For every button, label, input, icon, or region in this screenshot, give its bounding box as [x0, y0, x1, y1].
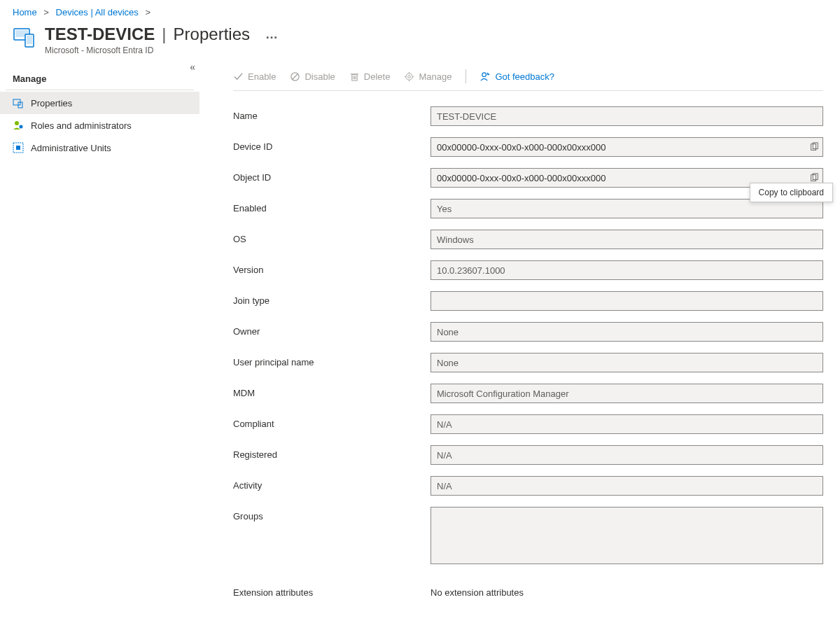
prop-label: Registered — [233, 445, 422, 460]
copy-icon — [809, 173, 819, 183]
prop-label: MDM — [233, 384, 422, 398]
mdm-field[interactable] — [430, 384, 823, 403]
toolbar-label: Disable — [304, 71, 335, 82]
prop-row-upn: User principal name — [233, 353, 823, 372]
properties-icon — [13, 97, 24, 108]
page-title-section: Properties — [174, 24, 250, 44]
prop-row-owner: Owner — [233, 322, 823, 342]
sidebar-item-roles[interactable]: Roles and administrators — [0, 114, 200, 136]
collapse-sidebar-button[interactable]: « — [190, 61, 195, 74]
toolbar-label: Enable — [248, 71, 276, 82]
prop-label: Name — [233, 106, 422, 121]
feedback-button[interactable]: Got feedback? — [480, 71, 554, 82]
page-title-device: TEST-DEVICE — [45, 24, 155, 44]
prop-row-mdm: MDM — [233, 384, 823, 403]
name-field[interactable] — [430, 106, 823, 126]
prohibit-icon — [290, 71, 300, 82]
trash-icon — [349, 71, 360, 82]
prop-label: Version — [233, 260, 422, 275]
device-id-field[interactable] — [430, 137, 823, 157]
sidebar-section-title: Manage — [0, 62, 200, 90]
svg-line-11 — [293, 74, 298, 79]
feedback-icon — [480, 71, 491, 82]
prop-label: Object ID — [233, 168, 422, 183]
svg-point-23 — [482, 72, 486, 76]
page-header: TEST-DEVICE | Properties … Microsoft - M… — [0, 20, 840, 62]
toolbar-separator — [465, 69, 466, 83]
sidebar-item-label: Roles and administrators — [31, 120, 132, 131]
toolbar-label: Delete — [364, 71, 391, 82]
prop-label: Enabled — [233, 199, 422, 214]
sidebar-item-label: Administrative Units — [31, 143, 111, 153]
os-field[interactable] — [430, 230, 823, 249]
properties-form: Name Device ID Object ID — [233, 106, 823, 598]
prop-row-object-id: Object ID — [233, 168, 823, 188]
owner-field[interactable] — [430, 322, 823, 342]
breadcrumb-home[interactable]: Home — [13, 7, 37, 18]
prop-row-version: Version — [233, 260, 823, 280]
copy-icon — [809, 142, 819, 152]
registered-field[interactable] — [430, 445, 823, 465]
prop-label: Activity — [233, 476, 422, 491]
page-subtitle: Microsoft - Microsoft Entra ID — [45, 46, 282, 55]
prop-label: Groups — [233, 507, 422, 522]
prop-label: Extension attributes — [233, 583, 422, 598]
manage-button[interactable]: Manage — [404, 71, 451, 82]
breadcrumb: Home > Devices | All devices > — [0, 0, 840, 20]
toolbar-label: Got feedback? — [495, 71, 554, 82]
prop-label: User principal name — [233, 353, 422, 368]
title-separator: | — [162, 24, 166, 44]
svg-rect-3 — [27, 36, 32, 44]
svg-point-7 — [20, 125, 23, 129]
checkmark-icon — [233, 71, 244, 82]
prop-row-groups: Groups — [233, 507, 823, 566]
svg-point-17 — [406, 73, 412, 79]
prop-label: Compliant — [233, 414, 422, 429]
prop-label: Device ID — [233, 137, 422, 152]
sidebar: « Manage Properties Roles and administra… — [0, 62, 200, 626]
delete-button[interactable]: Delete — [349, 71, 391, 82]
copy-device-id-button[interactable] — [808, 141, 820, 153]
svg-point-18 — [408, 75, 411, 78]
breadcrumb-devices[interactable]: Devices | All devices — [56, 7, 139, 18]
breadcrumb-sep: > — [145, 7, 150, 18]
gear-icon — [404, 71, 414, 82]
roles-icon — [13, 120, 24, 131]
prop-row-activity: Activity — [233, 476, 823, 496]
svg-point-6 — [15, 121, 19, 125]
sidebar-divider — [6, 90, 194, 90]
activity-field[interactable] — [430, 476, 823, 496]
prop-row-name: Name — [233, 106, 823, 126]
join-type-field[interactable] — [430, 291, 823, 311]
prop-label: Join type — [233, 291, 422, 306]
sidebar-item-label: Properties — [31, 98, 72, 108]
toolbar: Enable Disable Delete Manage Got feedbac… — [233, 62, 823, 91]
prop-row-os: OS — [233, 230, 823, 249]
sidebar-item-admin-units[interactable]: Administrative Units — [0, 136, 200, 159]
breadcrumb-sep: > — [43, 7, 49, 18]
prop-row-join-type: Join type — [233, 291, 823, 311]
compliant-field[interactable] — [430, 414, 823, 434]
version-field[interactable] — [430, 260, 823, 280]
toolbar-label: Manage — [419, 71, 451, 82]
main-panel: Enable Disable Delete Manage Got feedbac… — [200, 62, 840, 626]
disable-button[interactable]: Disable — [290, 71, 335, 82]
groups-field[interactable] — [430, 507, 823, 564]
prop-label: Owner — [233, 322, 422, 337]
upn-field[interactable] — [430, 353, 823, 372]
prop-row-device-id: Device ID — [233, 137, 823, 157]
sidebar-item-properties[interactable]: Properties — [0, 92, 200, 114]
prop-label: OS — [233, 230, 422, 244]
prop-row-enabled: Enabled — [233, 199, 823, 218]
admin-units-icon — [13, 142, 24, 153]
more-actions-button[interactable]: … — [261, 27, 282, 42]
svg-rect-9 — [16, 146, 20, 150]
prop-row-registered: Registered — [233, 445, 823, 465]
ext-attrs-value: No extension attributes — [430, 583, 524, 598]
copy-tooltip: Copy to clipboard — [750, 183, 833, 202]
prop-row-ext-attrs: Extension attributes No extension attrib… — [233, 583, 823, 598]
device-icon — [13, 24, 36, 50]
enable-button[interactable]: Enable — [233, 71, 276, 82]
prop-row-compliant: Compliant — [233, 414, 823, 434]
